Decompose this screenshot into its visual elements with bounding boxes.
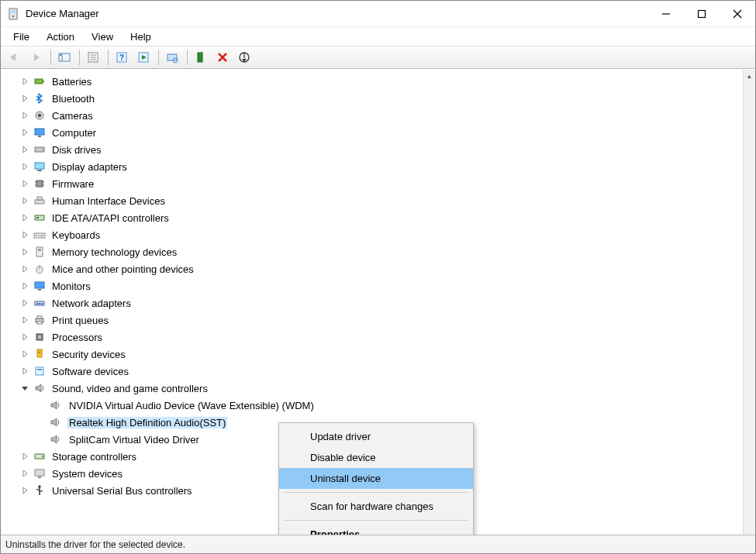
ctx-update-driver[interactable]: Update driver: [279, 426, 473, 447]
svg-rect-63: [36, 247, 43, 256]
tree-item[interactable]: Sound, video and game controllers: [1, 380, 743, 397]
tree-item-label: Monitors: [50, 280, 92, 292]
expand-icon[interactable]: [19, 144, 30, 155]
tree-item[interactable]: Network adapters: [1, 294, 743, 311]
collapse-icon[interactable]: [19, 383, 30, 394]
content-area: BatteriesBluetoothCamerasComputerDisk dr…: [1, 69, 755, 535]
expand-icon[interactable]: [19, 229, 30, 240]
tree-item[interactable]: Print queues: [1, 311, 743, 329]
expand-icon[interactable]: [19, 263, 30, 274]
security-icon: [33, 348, 46, 360]
svg-rect-78: [37, 316, 42, 318]
bluetooth-icon: [33, 92, 46, 105]
update-driver-button[interactable]: [191, 48, 211, 67]
svg-rect-38: [38, 136, 41, 137]
ctx-scan-hardware[interactable]: Scan for hardware changes: [279, 496, 473, 517]
svg-marker-100: [23, 487, 27, 494]
svg-point-35: [38, 114, 42, 118]
tree-item-label: Disk drives: [50, 144, 103, 156]
expand-icon[interactable]: [19, 161, 30, 172]
expand-icon[interactable]: [19, 332, 30, 342]
expand-icon[interactable]: [19, 315, 30, 325]
expand-icon[interactable]: [19, 349, 30, 360]
svg-rect-52: [35, 200, 44, 204]
tree-item[interactable]: Mice and other pointing devices: [1, 260, 743, 277]
expand-icon[interactable]: [19, 212, 30, 223]
ctx-separator: [284, 520, 468, 521]
svg-rect-30: [35, 79, 43, 84]
tree-item-label: IDE ATA/ATAPI controllers: [50, 212, 171, 224]
tree-item[interactable]: Firmware: [1, 175, 743, 192]
tree-item[interactable]: Cameras: [1, 107, 743, 124]
svg-rect-98: [35, 470, 44, 476]
toolbar-separator: [108, 50, 109, 65]
properties-button[interactable]: [83, 48, 103, 67]
svg-rect-53: [37, 197, 42, 200]
tree-item[interactable]: Computer: [1, 124, 743, 141]
tree-item[interactable]: Security devices: [1, 346, 743, 363]
expand-icon[interactable]: [19, 468, 30, 479]
minimize-button[interactable]: [648, 2, 684, 26]
show-hide-tree-button[interactable]: [54, 48, 74, 67]
expand-icon[interactable]: [19, 280, 30, 291]
tree-item[interactable]: Monitors: [1, 277, 743, 294]
expand-icon[interactable]: [19, 485, 30, 496]
help-button[interactable]: ?: [112, 48, 132, 67]
tree-item[interactable]: IDE ATA/ATAPI controllers: [1, 209, 743, 226]
svg-marker-76: [23, 317, 27, 323]
memory-icon: [33, 246, 46, 258]
cpu-icon: [33, 331, 46, 343]
expand-icon[interactable]: [19, 110, 30, 121]
svg-marker-57: [23, 232, 27, 238]
expand-icon[interactable]: [19, 451, 30, 462]
maximize-button[interactable]: [684, 2, 720, 26]
tree-item-label: Software devices: [50, 366, 130, 377]
tree-item[interactable]: Bluetooth: [1, 90, 743, 107]
tree-item[interactable]: Memory technology devices: [1, 243, 743, 260]
close-button[interactable]: [720, 2, 755, 26]
window-controls: [648, 2, 755, 26]
tree-item-label: Storage controllers: [50, 451, 138, 463]
toolbar-separator: [50, 50, 51, 65]
vertical-scrollbar[interactable]: ▴: [743, 70, 755, 535]
disable-button[interactable]: [234, 48, 254, 67]
uninstall-button[interactable]: [212, 48, 233, 67]
expand-icon[interactable]: [19, 178, 30, 189]
ctx-uninstall-device[interactable]: Uninstall device: [279, 468, 473, 489]
menu-action[interactable]: Action: [39, 29, 82, 44]
ctx-disable-device[interactable]: Disable device: [279, 447, 473, 468]
expand-icon[interactable]: [19, 246, 30, 257]
svg-marker-93: [51, 435, 57, 443]
menu-file[interactable]: File: [5, 29, 37, 44]
svg-marker-7: [10, 53, 16, 61]
tree-item[interactable]: Keyboards: [1, 226, 743, 243]
printer-icon: [33, 314, 46, 326]
scan-hardware-button[interactable]: [162, 48, 182, 67]
tree-item[interactable]: Disk drives: [1, 141, 743, 158]
tree-child-item[interactable]: NVIDIA Virtual Audio Device (Wave Extens…: [1, 397, 743, 414]
expand-icon[interactable]: [19, 195, 30, 206]
expand-icon[interactable]: [19, 298, 30, 308]
statusbar: Uninstalls the driver for the selected d…: [1, 535, 755, 553]
action-button[interactable]: [133, 48, 154, 67]
expand-icon[interactable]: [19, 366, 30, 377]
tree-item[interactable]: Display adapters: [1, 158, 743, 175]
disk-icon: [33, 143, 46, 156]
tree-item[interactable]: Processors: [1, 329, 743, 346]
expand-icon[interactable]: [19, 127, 30, 138]
menu-help[interactable]: Help: [123, 29, 159, 44]
expand-icon[interactable]: [19, 93, 30, 104]
tree-item-label: Mice and other pointing devices: [50, 263, 195, 275]
tree-item[interactable]: Human Interface Devices: [1, 192, 743, 209]
tree-item[interactable]: Software devices: [1, 363, 743, 380]
forward-button[interactable]: [26, 48, 46, 67]
expand-icon[interactable]: [19, 76, 30, 87]
menu-view[interactable]: View: [84, 29, 121, 44]
ctx-properties[interactable]: Properties: [279, 524, 473, 535]
tree-item-label: SplitCam Virtual Video Driver: [67, 434, 201, 446]
tree-item[interactable]: Batteries: [1, 73, 743, 90]
back-button[interactable]: [4, 48, 24, 67]
svg-marker-68: [23, 283, 27, 289]
scroll-up-arrow[interactable]: ▴: [744, 70, 755, 82]
speaker-icon: [49, 433, 61, 446]
